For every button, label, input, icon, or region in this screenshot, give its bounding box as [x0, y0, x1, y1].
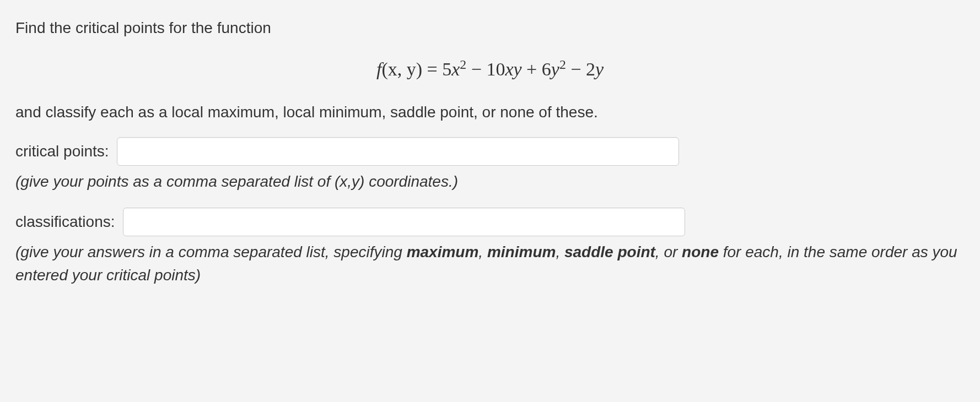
class-hint-sep3: , or [655, 243, 682, 260]
eq-op3: − [566, 59, 586, 79]
class-hint-kw-maximum: maximum [407, 243, 479, 260]
critical-points-input[interactable] [117, 137, 679, 166]
class-hint-sep2: , [556, 243, 564, 260]
critical-points-hint: (give your points as a comma separated l… [15, 170, 965, 193]
eq-t4-var: y [595, 59, 604, 79]
class-hint-kw-minimum: minimum [487, 243, 556, 260]
eq-t2-var: xy [505, 59, 521, 79]
eq-t3-var: y [551, 59, 559, 79]
class-hint-kw-none: none [682, 243, 719, 260]
classifications-row: classifications: [15, 208, 965, 236]
eq-lhs-args: (x, y) [381, 59, 422, 79]
eq-op2: + [522, 59, 542, 79]
eq-op1: − [466, 59, 486, 79]
classify-text: and classify each as a local maximum, lo… [15, 101, 965, 124]
classifications-hint: (give your answers in a comma separated … [15, 241, 965, 287]
eq-t1-var: x [451, 59, 460, 79]
eq-t1-exp: 2 [460, 57, 466, 72]
class-hint-sep1: , [478, 243, 487, 260]
eq-t2-coef: 10 [486, 59, 505, 79]
class-hint-prefix: (give your answers in a comma separated … [15, 243, 407, 260]
eq-t3-exp: 2 [559, 57, 566, 72]
function-equation: f(x, y) = 5x2 − 10xy + 6y2 − 2y [15, 55, 965, 83]
eq-lhs-fn: f [376, 59, 381, 79]
critical-points-row: critical points: [15, 137, 965, 166]
critical-points-label: critical points: [15, 140, 109, 163]
eq-sign: = [422, 59, 442, 79]
eq-t4-coef: 2 [586, 59, 595, 79]
classifications-label: classifications: [15, 210, 115, 233]
eq-t1-coef: 5 [442, 59, 451, 79]
class-hint-kw-saddle: saddle point [564, 243, 655, 260]
intro-text: Find the critical points for the functio… [15, 17, 965, 40]
classifications-input[interactable] [123, 208, 685, 236]
eq-t3-coef: 6 [542, 59, 551, 79]
